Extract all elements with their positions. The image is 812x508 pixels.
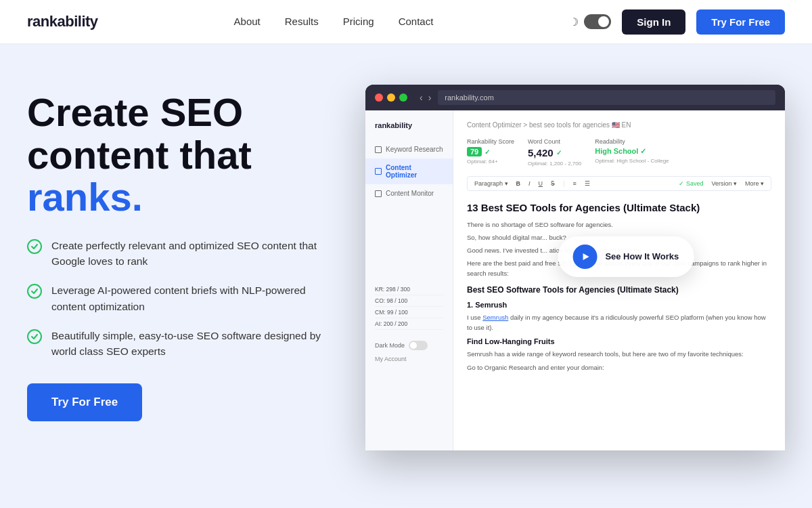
- my-account-link[interactable]: My Account: [365, 350, 453, 368]
- sidebar-item-content-optimizer[interactable]: Content Optimizer: [365, 158, 453, 184]
- feature-item-1: Create perfectly relevant and optimized …: [27, 238, 338, 270]
- back-icon: ‹: [420, 92, 423, 103]
- forward-icon: ›: [428, 92, 432, 103]
- dark-mode-toggle-area[interactable]: Dark Mode: [365, 330, 453, 350]
- try-free-nav-button[interactable]: Try For Free: [696, 9, 785, 35]
- dot-green: [399, 93, 407, 102]
- feature-text-1: Create perfectly relevant and optimized …: [51, 238, 338, 270]
- feature-text-2: Leverage AI-powered content briefs with …: [51, 282, 338, 314]
- rankability-score-badge: 79: [467, 147, 482, 156]
- stats-kr-label: KR:: [375, 286, 386, 293]
- sidebar-label-kr: Keyword Research: [386, 146, 443, 153]
- stats-co: CO: 98 / 100: [375, 295, 443, 307]
- rankability-value: 79 ✓: [467, 147, 514, 156]
- stats-ai-value: 200 / 200: [384, 320, 407, 327]
- article-p5: I use Semrush daily in my agency because…: [467, 313, 771, 333]
- main-content-panel: Content Optimizer > best seo tools for a…: [453, 110, 785, 450]
- logo-rank: rank: [27, 13, 57, 30]
- logo-ability: ability: [57, 13, 97, 30]
- stats-kr-value: 298 / 300: [386, 286, 410, 293]
- wordcount-number: 5,420: [528, 147, 554, 158]
- mini-toggle[interactable]: [409, 341, 428, 350]
- rankability-check: ✓: [484, 148, 490, 156]
- nav-about[interactable]: About: [234, 16, 261, 27]
- sidebar-label-cm: Content Monitor: [386, 190, 434, 197]
- dot-red: [375, 93, 383, 102]
- play-icon: [581, 252, 590, 261]
- content-optimizer-icon: [375, 168, 382, 175]
- wordcount-value: 5,420 ✓: [528, 147, 581, 158]
- dark-mode-toggle[interactable]: [584, 14, 611, 29]
- editor-toolbar: Paragraph ▾ B I U S̶ | ≡ ☰ ✓ Saved Versi…: [467, 176, 771, 191]
- nav-pricing[interactable]: Pricing: [343, 16, 374, 27]
- rankability-label: Rankability Score: [467, 138, 514, 145]
- article-subh: Find Low-Hanging Fruits: [467, 336, 771, 347]
- align-button[interactable]: ≡: [572, 180, 576, 187]
- browser-content: rankability Keyword Research Content Opt…: [365, 110, 785, 450]
- dark-mode-row[interactable]: Dark Mode: [375, 341, 443, 350]
- my-account-label: My Account: [375, 356, 407, 362]
- paragraph-dropdown[interactable]: Paragraph ▾: [474, 180, 508, 187]
- hero-title-line1: Create SEO: [27, 90, 243, 134]
- article-h1: 13 Best SEO Tools for Agencies (Ultimate…: [467, 200, 771, 216]
- stats-cm-value: 99 / 100: [387, 309, 408, 316]
- italic-button[interactable]: I: [528, 180, 531, 187]
- list-button[interactable]: ☰: [585, 180, 590, 187]
- svg-marker-0: [583, 253, 589, 260]
- video-overlay[interactable]: See How It Works: [558, 236, 694, 277]
- readability-value: High School ✓: [595, 147, 669, 156]
- wordcount-check: ✓: [556, 149, 562, 156]
- feature-text-3: Beautifully simple, easy-to-use SEO soft…: [51, 328, 338, 360]
- app-sidebar-logo: rankability: [365, 121, 453, 140]
- stats-co-value: 98 / 100: [386, 297, 407, 304]
- rankability-optimal: Optimal: 64+: [467, 158, 514, 165]
- hero-title-ranks: ranks.: [27, 175, 143, 219]
- nav-contact[interactable]: Contact: [399, 16, 434, 27]
- readability-optimal: Optimal: High School - College: [595, 158, 669, 164]
- wordcount-optimal: Optimal: 1,200 - 2,700: [528, 161, 581, 167]
- browser-url-bar: rankability.com: [438, 90, 775, 105]
- browser-nav-icons: ‹ ›: [420, 92, 431, 103]
- metric-readability: Readability High School ✓ Optimal: High …: [595, 138, 669, 167]
- url-text: rankability.com: [445, 93, 494, 102]
- bold-button[interactable]: B: [516, 180, 521, 187]
- moon-icon: ☽: [569, 16, 579, 28]
- brand-logo[interactable]: rankability: [27, 13, 98, 30]
- version-button[interactable]: Version ▾: [711, 180, 737, 187]
- try-free-hero-button[interactable]: Try For Free: [27, 383, 142, 421]
- stats-ai-label: AI:: [375, 320, 384, 327]
- underline-button[interactable]: U: [539, 180, 543, 187]
- dot-yellow: [387, 93, 395, 102]
- metric-rankability: Rankability Score 79 ✓ Optimal: 64+: [467, 138, 514, 167]
- hero-mockup: ‹ › rankability.com rankability Keyword …: [365, 85, 785, 508]
- readability-label: Readability: [595, 138, 669, 145]
- navbar: rankability About Results Pricing Contac…: [0, 0, 812, 44]
- check-icon-3: [27, 329, 42, 344]
- theme-toggle[interactable]: ☽: [569, 14, 611, 29]
- content-monitor-icon: [375, 190, 382, 197]
- strikethrough-button[interactable]: S̶: [551, 180, 555, 187]
- signin-button[interactable]: Sign In: [622, 9, 685, 35]
- hero-section: Create SEO content that ranks. Create pe…: [0, 44, 812, 508]
- nav-results[interactable]: Results: [285, 16, 319, 27]
- video-overlay-text: See How It Works: [605, 251, 679, 261]
- nav-right: ☽ Sign In Try For Free: [569, 9, 785, 35]
- semrush-link[interactable]: Semrush: [482, 314, 508, 321]
- browser-dots: [375, 93, 407, 102]
- more-button[interactable]: More ▾: [745, 180, 764, 187]
- breadcrumb: Content Optimizer > best seo tools for a…: [467, 121, 771, 129]
- keyword-research-icon: [375, 146, 382, 153]
- dark-mode-label: Dark Mode: [375, 342, 405, 349]
- stats-cm-label: CM:: [375, 309, 387, 316]
- hero-features-list: Create perfectly relevant and optimized …: [27, 238, 338, 360]
- check-icon-2: [27, 284, 42, 299]
- sidebar-item-content-monitor[interactable]: Content Monitor: [365, 184, 453, 203]
- hero-copy: Create SEO content that ranks. Create pe…: [27, 85, 338, 421]
- hero-title: Create SEO content that ranks.: [27, 91, 338, 219]
- app-sidebar: rankability Keyword Research Content Opt…: [365, 110, 453, 450]
- play-button[interactable]: [572, 245, 597, 269]
- article-h2-1: Best SEO Software Tools for Agencies (Ul…: [467, 284, 771, 296]
- breadcrumb-text: Content Optimizer > best seo tools for a…: [467, 121, 631, 129]
- saved-status: ✓ Saved: [679, 180, 703, 187]
- sidebar-item-keyword-research[interactable]: Keyword Research: [365, 140, 453, 158]
